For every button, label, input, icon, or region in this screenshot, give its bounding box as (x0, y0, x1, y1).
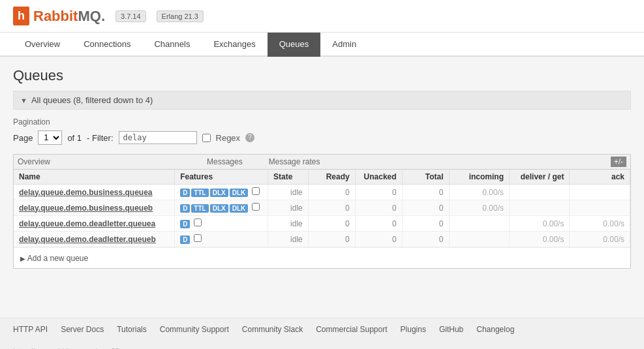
queue-state: idle (268, 200, 309, 216)
table-group-header-left: Overview Messages Message rates (18, 157, 320, 166)
queue-unacked: 0 (355, 216, 402, 232)
nav-overview[interactable]: Overview (13, 33, 72, 57)
regex-label: Regex (216, 133, 241, 143)
page-title: Queues (13, 67, 631, 84)
queue-ack-rate (570, 185, 630, 200)
queue-name[interactable]: delay.queue.demo.deadletter.queueb (14, 232, 175, 247)
of-label: of 1 (67, 133, 82, 143)
footer-link-server-docs[interactable]: Server Docs (61, 325, 104, 334)
queue-ready: 0 (308, 200, 355, 216)
adjust-columns-button[interactable]: +/- (611, 157, 626, 167)
queue-total: 0 (402, 200, 449, 216)
queue-state-checkbox[interactable] (194, 234, 202, 242)
table-row[interactable]: delay.queue.demo.business.queueaDTTLDLXD… (14, 185, 630, 200)
queue-deliver-get-rate (509, 200, 569, 216)
feature-badge-d: D (180, 235, 190, 244)
queue-name[interactable]: delay.queue.demo.business.queueb (14, 200, 175, 216)
section-collapse-icon: ▼ (20, 97, 27, 104)
queue-state-checkbox[interactable] (194, 219, 202, 226)
queue-state: idle (268, 216, 309, 232)
nav-queues[interactable]: Queues (268, 33, 321, 57)
filter-label: - Filter: (87, 133, 113, 143)
table-row[interactable]: delay.queue.demo.business.queuebDTTLDLXD… (14, 200, 630, 216)
add-queue-link[interactable]: Add a new queue (20, 254, 88, 263)
footer-link-plugins[interactable]: Plugins (401, 325, 426, 334)
nav-exchanges[interactable]: Exchanges (202, 33, 267, 57)
queue-features: DTTLDLXDLK (175, 200, 268, 216)
queue-state: idle (268, 185, 309, 200)
queue-incoming-rate (449, 216, 509, 232)
col-header-ack: ack (570, 170, 630, 185)
feature-badge-d: D (180, 220, 190, 228)
nav-admin[interactable]: Admin (320, 33, 368, 57)
footer-link-http-api[interactable]: HTTP API (13, 325, 48, 334)
footer: HTTP APIServer DocsTutorialsCommunity Su… (0, 318, 644, 349)
queue-deliver-get-rate: 0.00/s (509, 232, 569, 247)
col-header-state: State (268, 170, 309, 185)
queue-total: 0 (402, 216, 449, 232)
main-content: Queues ▼ All queues (8, filtered down to… (0, 57, 644, 318)
queue-total: 0 (402, 185, 449, 200)
footer-link-commercial-support[interactable]: Commercial Support (316, 325, 387, 334)
footer-link-changelog[interactable]: Changelog (476, 325, 514, 334)
help-icon[interactable]: ? (245, 133, 254, 142)
table-group-header: Overview Messages Message rates +/- (14, 155, 630, 170)
filter-input[interactable] (119, 131, 197, 144)
queue-incoming-rate: 0.00/s (449, 200, 509, 216)
footer-link-tutorials[interactable]: Tutorials (117, 325, 147, 334)
queue-total: 0 (402, 232, 449, 247)
queue-features: D (175, 232, 268, 247)
queue-features: D (175, 216, 268, 232)
queue-deliver-get-rate: 0.00/s (509, 216, 569, 232)
table-header-row: Name Features State Ready Unacked Total … (14, 170, 630, 185)
feature-badge-ttl: TTL (191, 189, 208, 197)
logo-icon: h (13, 7, 29, 25)
feature-badge-dlx: DLX (210, 204, 228, 213)
feature-badge-dlk: DLK (230, 204, 249, 213)
page-label: Page (13, 133, 33, 143)
queue-incoming-rate (449, 232, 509, 247)
queue-name[interactable]: delay.queue.demo.business.queuea (14, 185, 175, 200)
nav-connections[interactable]: Connections (72, 33, 142, 57)
queue-unacked: 0 (355, 185, 402, 200)
feature-badge-d: D (180, 204, 190, 213)
regex-checkbox[interactable] (202, 134, 211, 142)
col-header-ready: Ready (308, 170, 355, 185)
queue-name[interactable]: delay.queue.demo.deadletter.queuea (14, 216, 175, 232)
nav-channels[interactable]: Channels (142, 33, 202, 57)
footer-link-github[interactable]: GitHub (439, 325, 463, 334)
table-row[interactable]: delay.queue.demo.deadletter.queuebDidle0… (14, 232, 630, 247)
col-header-total: Total (402, 170, 449, 185)
table-row[interactable]: delay.queue.demo.deadletter.queueaDidle0… (14, 216, 630, 232)
add-queue-section: Add a new queue (14, 247, 630, 268)
queue-state-checkbox[interactable] (252, 203, 260, 211)
queue-state: idle (268, 232, 309, 247)
queue-state-checkbox[interactable] (252, 187, 260, 195)
section-header[interactable]: ▼ All queues (8, filtered down to 4) (13, 91, 631, 110)
pagination-section: Pagination Page 1 of 1 - Filter: Regex ? (13, 117, 631, 145)
queue-deliver-get-rate (509, 185, 569, 200)
queue-unacked: 0 (355, 232, 402, 247)
logo: h RabbitMQ. (13, 7, 105, 25)
col-header-deliver-get: deliver / get (509, 170, 569, 185)
col-header-incoming: incoming (449, 170, 509, 185)
queue-ack-rate: 0.00/s (570, 232, 630, 247)
col-header-unacked: Unacked (355, 170, 402, 185)
footer-link-community-support[interactable]: Community Support (160, 325, 229, 334)
message-rates-section-label: Message rates (269, 157, 320, 166)
pagination-label: Pagination (13, 117, 631, 127)
version-badge: 3.7.14 (115, 10, 146, 22)
queues-table-container: Overview Messages Message rates +/- Name… (13, 154, 631, 269)
nav: Overview Connections Channels Exchanges … (0, 33, 644, 57)
feature-badge-d: D (180, 189, 190, 197)
queue-ack-rate (570, 200, 630, 216)
page-select[interactable]: 1 (38, 130, 62, 145)
footer-link-community-slack[interactable]: Community Slack (242, 325, 303, 334)
overview-section-label: Overview (18, 157, 50, 166)
queue-ready: 0 (308, 185, 355, 200)
feature-badge-dlk: DLK (230, 189, 249, 197)
section-header-text: All queues (8, filtered down to 4) (31, 95, 153, 105)
feature-badge-dlx: DLX (210, 189, 228, 197)
queue-ready: 0 (308, 216, 355, 232)
logo-text: RabbitMQ. (33, 8, 105, 25)
